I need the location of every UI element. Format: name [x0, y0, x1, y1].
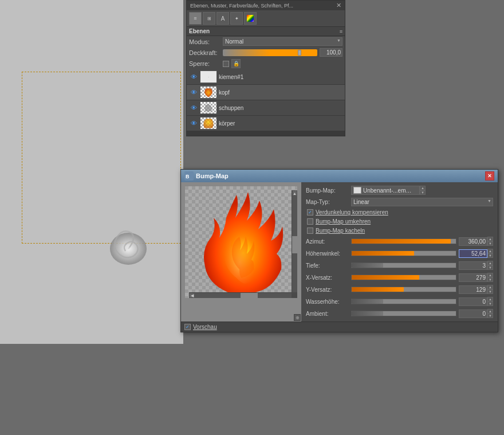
tiefe-arrow-down[interactable]: ▼ — [487, 265, 493, 270]
hoehenwinkel-arrow-down[interactable]: ▼ — [487, 253, 493, 258]
y-versatz-arrow-down[interactable]: ▼ — [487, 289, 493, 294]
layer-item-kiemen[interactable]: 👁 · kiemen#1 — [187, 69, 345, 85]
scroll-up-arrow[interactable]: ▲ — [292, 190, 297, 196]
hoehenwinkel-arrow-up[interactable]: ▲ — [487, 249, 493, 253]
umkehren-label: Bump-Map umkehren — [316, 218, 371, 225]
tiefe-slider[interactable] — [351, 262, 456, 268]
sperre-checkbox[interactable] — [223, 61, 229, 67]
canvas-object — [105, 227, 151, 267]
flame-preview — [185, 186, 297, 298]
tab-patterns[interactable]: ⊞ — [203, 12, 215, 25]
hoehenwinkel-row: Höhenwinkel: 52,64 ▲ ▼ — [306, 249, 493, 258]
y-versatz-value[interactable]: 129 — [459, 285, 487, 294]
bump-close-button[interactable]: ✕ — [485, 171, 494, 181]
scroll-corner — [292, 292, 297, 298]
ambient-slider[interactable] — [351, 311, 456, 316]
verdunkelung-checkbox[interactable]: ✓ — [307, 209, 313, 215]
scroll-thumb-v[interactable] — [292, 236, 297, 253]
azimut-arrow-down[interactable]: ▼ — [487, 241, 493, 246]
y-versatz-arrow-up[interactable]: ▲ — [487, 285, 493, 289]
layers-bottom-strip — [187, 131, 345, 136]
scroll-thumb-h[interactable] — [241, 293, 258, 298]
bump-map-swatch — [353, 187, 361, 194]
bump-map-value-box[interactable]: Unbenannt-...emen#1-45 — [351, 186, 420, 195]
wasserhoehe-arrow-down[interactable]: ▼ — [487, 301, 493, 306]
y-versatz-fill — [352, 287, 404, 292]
umkehren-checkbox[interactable] — [307, 218, 313, 225]
zoom-fit-icon[interactable]: ⊕ — [294, 314, 301, 321]
wasserhoehe-slider[interactable] — [351, 299, 456, 304]
map-typ-label: Map-Typ: — [306, 199, 349, 205]
kacheln-checkbox[interactable] — [307, 228, 313, 234]
tiefe-value[interactable]: 3 — [459, 261, 487, 270]
layer-thumb-kopf — [200, 86, 217, 99]
azimut-arrow-up[interactable]: ▲ — [487, 237, 493, 241]
azimut-slider[interactable] — [351, 238, 456, 244]
ambient-value[interactable]: 0 — [459, 309, 487, 318]
scroll-left-arrow[interactable]: ◀ — [189, 293, 195, 298]
canvas-selection — [22, 72, 181, 244]
layer-eye-schuppen[interactable]: 👁 — [189, 103, 198, 112]
layer-item-schuppen[interactable]: 👁 schuppen — [187, 100, 345, 116]
deckkraft-value[interactable]: 100,0 — [320, 48, 342, 57]
preview-scrollbar-horizontal[interactable]: ◀ ▶ — [189, 292, 297, 298]
bump-preview-area: ▲ ▼ ◀ ▶ ⊕ — [181, 182, 301, 322]
tab-colors[interactable] — [244, 12, 257, 25]
bump-controls: Bump-Map: Unbenannt-...emen#1-45 ▲ ▼ Map… — [301, 182, 498, 322]
tab-fonts[interactable]: A — [216, 12, 229, 25]
bump-bottom-bar: ✓ Vorschau — [181, 322, 498, 332]
ambient-arrow-down[interactable]: ▼ — [487, 313, 493, 318]
ebenen-menu-btn[interactable]: ≡ — [340, 29, 342, 34]
preview-scrollbar-vertical[interactable]: ▲ ▼ — [292, 190, 297, 298]
deckkraft-slider[interactable] — [223, 49, 317, 56]
bump-title-left: B Bump-Map — [184, 171, 229, 181]
bump-map-dialog: B Bump-Map ✕ — [180, 169, 498, 332]
azimut-value-group: 360,00 ▲ ▼ — [459, 237, 493, 246]
ambient-row: Ambient: 0 ▲ ▼ — [306, 309, 493, 318]
layer-item-kopf[interactable]: 👁 kopf — [187, 85, 345, 100]
hoehenwinkel-label: Höhenwinkel: — [306, 250, 349, 257]
layers-close-btn[interactable]: ✕ — [336, 2, 341, 9]
wasserhoehe-value-group: 0 ▲ ▼ — [459, 297, 493, 306]
hoehenwinkel-slider[interactable] — [351, 250, 456, 256]
layer-eye-koerper[interactable]: 👁 — [189, 119, 198, 128]
y-versatz-arrows: ▲ ▼ — [487, 285, 493, 294]
modus-select[interactable]: Normal — [223, 37, 342, 46]
ebenen-label: Ebenen — [189, 28, 210, 34]
wasserhoehe-arrow-up[interactable]: ▲ — [487, 297, 493, 301]
vorschau-checkbox[interactable]: ✓ — [184, 324, 191, 330]
layer-thumb-schuppen — [200, 101, 217, 114]
bump-map-arrow-down[interactable]: ▼ — [420, 190, 426, 195]
y-versatz-label: Y-Versatz: — [306, 287, 349, 293]
canvas-below — [0, 344, 183, 435]
x-versatz-slider[interactable] — [351, 275, 456, 280]
verdunkelung-label: Verdunkelung kompensieren — [316, 209, 388, 215]
bump-map-arrow-up[interactable]: ▲ — [420, 186, 426, 190]
tab-effects[interactable]: ✦ — [230, 12, 243, 25]
x-versatz-arrow-up[interactable]: ▲ — [487, 273, 493, 277]
hoehenwinkel-value[interactable]: 52,64 — [459, 249, 487, 258]
map-typ-select[interactable]: Linear Spherical Sinusoidal — [351, 198, 493, 206]
y-versatz-slider[interactable] — [351, 287, 456, 292]
layer-name-kopf: kopf — [219, 89, 342, 96]
ambient-arrow-up[interactable]: ▲ — [487, 309, 493, 313]
layer-eye-kopf[interactable]: 👁 — [189, 88, 198, 97]
wasserhoehe-value[interactable]: 0 — [459, 297, 487, 306]
layer-eye-kiemen[interactable]: 👁 — [189, 72, 198, 81]
tiefe-arrow-up[interactable]: ▲ — [487, 261, 493, 265]
wasserhoehe-label: Wasserhöhe: — [306, 299, 349, 305]
tab-layers[interactable]: ≡ — [189, 12, 202, 25]
tiefe-fill — [352, 263, 383, 268]
hoehenwinkel-fill — [352, 251, 414, 256]
bump-map-text: Unbenannt-...emen#1-45 — [363, 187, 415, 194]
wasserhoehe-row: Wasserhöhe: 0 ▲ ▼ — [306, 297, 493, 306]
layer-item-koerper[interactable]: 👁 körper — [187, 116, 345, 131]
map-typ-select-wrap: Linear Spherical Sinusoidal — [351, 198, 493, 206]
bump-preview-image: ▲ ▼ ◀ ▶ — [185, 186, 297, 298]
azimut-value[interactable]: 360,00 — [459, 237, 487, 246]
x-versatz-arrow-down[interactable]: ▼ — [487, 277, 493, 282]
kacheln-label: Bump-Map kacheln — [316, 228, 365, 234]
canvas-area — [0, 0, 183, 344]
x-versatz-value[interactable]: 279 — [459, 273, 487, 282]
lock-icon[interactable]: 🔒 — [231, 59, 241, 68]
